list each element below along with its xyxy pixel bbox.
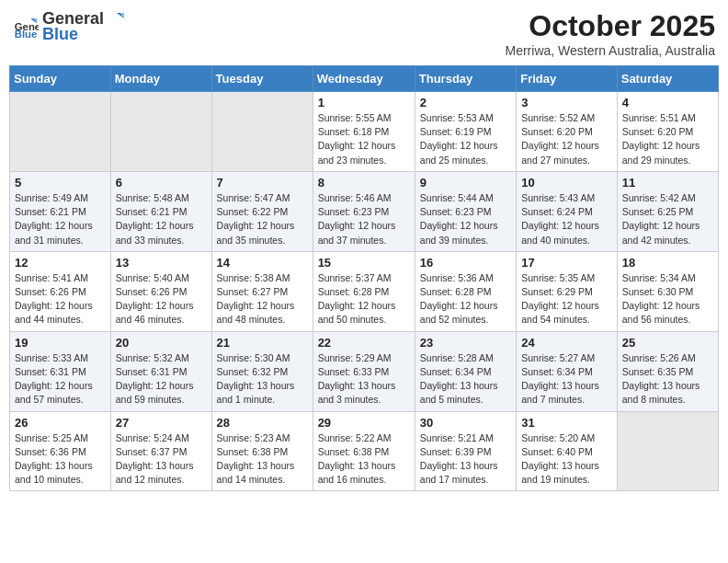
day-number: 3 <box>521 96 612 109</box>
calendar-cell: 18Sunrise: 5:34 AM Sunset: 6:30 PM Dayli… <box>617 251 718 331</box>
calendar-week-row: 26Sunrise: 5:25 AM Sunset: 6:36 PM Dayli… <box>10 411 719 491</box>
calendar-week-row: 19Sunrise: 5:33 AM Sunset: 6:31 PM Dayli… <box>10 331 719 411</box>
calendar-cell: 25Sunrise: 5:26 AM Sunset: 6:35 PM Dayli… <box>617 331 718 411</box>
calendar-cell: 26Sunrise: 5:25 AM Sunset: 6:36 PM Dayli… <box>10 411 111 491</box>
day-number: 31 <box>521 416 612 430</box>
calendar-cell: 16Sunrise: 5:36 AM Sunset: 6:28 PM Dayli… <box>415 251 516 331</box>
day-number: 17 <box>521 256 612 270</box>
calendar-week-row: 1Sunrise: 5:55 AM Sunset: 6:18 PM Daylig… <box>10 92 719 172</box>
day-number: 26 <box>15 416 106 430</box>
calendar-cell: 27Sunrise: 5:24 AM Sunset: 6:37 PM Dayli… <box>110 411 211 491</box>
calendar-cell: 15Sunrise: 5:37 AM Sunset: 6:28 PM Dayli… <box>313 251 415 331</box>
day-info: Sunrise: 5:48 AM Sunset: 6:21 PM Dayligh… <box>116 191 207 247</box>
day-number: 19 <box>15 336 106 350</box>
day-number: 16 <box>420 256 511 270</box>
title-area: October 2025 Merriwa, Western Australia,… <box>506 9 716 58</box>
day-number: 2 <box>420 96 511 109</box>
day-number: 21 <box>217 336 308 350</box>
day-number: 10 <box>521 176 612 190</box>
calendar-cell: 9Sunrise: 5:44 AM Sunset: 6:23 PM Daylig… <box>415 171 516 251</box>
weekday-header-monday: Monday <box>110 66 211 92</box>
calendar-cell: 11Sunrise: 5:42 AM Sunset: 6:25 PM Dayli… <box>617 171 718 251</box>
day-number: 18 <box>622 256 713 270</box>
day-info: Sunrise: 5:55 AM Sunset: 6:18 PM Dayligh… <box>318 111 410 167</box>
day-info: Sunrise: 5:53 AM Sunset: 6:19 PM Dayligh… <box>420 111 511 167</box>
page-header: General Blue General Blue October 2025 M… <box>9 9 719 58</box>
calendar-cell: 23Sunrise: 5:28 AM Sunset: 6:34 PM Dayli… <box>415 331 516 411</box>
day-info: Sunrise: 5:46 AM Sunset: 6:23 PM Dayligh… <box>318 191 410 247</box>
day-info: Sunrise: 5:30 AM Sunset: 6:32 PM Dayligh… <box>217 351 308 408</box>
calendar-cell: 12Sunrise: 5:41 AM Sunset: 6:26 PM Dayli… <box>10 251 111 331</box>
day-number: 29 <box>318 416 410 430</box>
day-number: 11 <box>622 176 713 190</box>
weekday-header-thursday: Thursday <box>415 66 516 92</box>
calendar-cell: 17Sunrise: 5:35 AM Sunset: 6:29 PM Dayli… <box>517 251 618 331</box>
weekday-header-row: SundayMondayTuesdayWednesdayThursdayFrid… <box>10 66 719 92</box>
calendar-cell: 24Sunrise: 5:27 AM Sunset: 6:34 PM Dayli… <box>517 331 618 411</box>
day-number: 30 <box>420 416 511 430</box>
calendar-cell: 6Sunrise: 5:48 AM Sunset: 6:21 PM Daylig… <box>110 171 211 251</box>
calendar-cell: 21Sunrise: 5:30 AM Sunset: 6:32 PM Dayli… <box>211 331 313 411</box>
calendar-cell: 5Sunrise: 5:49 AM Sunset: 6:21 PM Daylig… <box>10 171 111 251</box>
day-info: Sunrise: 5:44 AM Sunset: 6:23 PM Dayligh… <box>420 191 511 247</box>
day-info: Sunrise: 5:21 AM Sunset: 6:39 PM Dayligh… <box>420 431 511 488</box>
day-info: Sunrise: 5:47 AM Sunset: 6:22 PM Dayligh… <box>217 191 308 247</box>
day-info: Sunrise: 5:32 AM Sunset: 6:31 PM Dayligh… <box>116 351 207 408</box>
day-number: 9 <box>420 176 511 190</box>
calendar-cell: 14Sunrise: 5:38 AM Sunset: 6:27 PM Dayli… <box>211 251 313 331</box>
day-number: 28 <box>217 416 308 430</box>
logo: General Blue General Blue <box>13 9 124 44</box>
day-number: 8 <box>318 176 410 190</box>
svg-text:Blue: Blue <box>15 29 38 40</box>
logo-icon: General Blue <box>13 14 39 40</box>
month-title: October 2025 <box>506 9 716 43</box>
logo-bird-icon <box>106 11 124 28</box>
day-number: 4 <box>622 96 713 109</box>
calendar-cell: 1Sunrise: 5:55 AM Sunset: 6:18 PM Daylig… <box>313 92 415 172</box>
day-info: Sunrise: 5:28 AM Sunset: 6:34 PM Dayligh… <box>420 351 511 408</box>
day-number: 25 <box>622 336 713 350</box>
calendar-cell: 28Sunrise: 5:23 AM Sunset: 6:38 PM Dayli… <box>211 411 313 491</box>
day-info: Sunrise: 5:42 AM Sunset: 6:25 PM Dayligh… <box>622 191 713 247</box>
day-number: 24 <box>521 336 612 350</box>
calendar-week-row: 5Sunrise: 5:49 AM Sunset: 6:21 PM Daylig… <box>10 171 719 251</box>
day-number: 15 <box>318 256 410 270</box>
calendar-cell: 7Sunrise: 5:47 AM Sunset: 6:22 PM Daylig… <box>211 171 313 251</box>
calendar-cell <box>617 411 718 491</box>
calendar-cell: 20Sunrise: 5:32 AM Sunset: 6:31 PM Dayli… <box>110 331 211 411</box>
day-info: Sunrise: 5:52 AM Sunset: 6:20 PM Dayligh… <box>521 111 612 167</box>
day-info: Sunrise: 5:29 AM Sunset: 6:33 PM Dayligh… <box>318 351 410 408</box>
day-number: 5 <box>15 176 106 190</box>
day-number: 6 <box>116 176 207 190</box>
day-info: Sunrise: 5:43 AM Sunset: 6:24 PM Dayligh… <box>521 191 612 247</box>
weekday-header-friday: Friday <box>517 66 618 92</box>
calendar-cell: 3Sunrise: 5:52 AM Sunset: 6:20 PM Daylig… <box>517 92 618 172</box>
day-info: Sunrise: 5:20 AM Sunset: 6:40 PM Dayligh… <box>521 431 612 488</box>
weekday-header-tuesday: Tuesday <box>211 66 313 92</box>
weekday-header-wednesday: Wednesday <box>313 66 415 92</box>
day-info: Sunrise: 5:24 AM Sunset: 6:37 PM Dayligh… <box>116 431 207 488</box>
calendar-cell <box>110 92 211 172</box>
calendar-cell: 8Sunrise: 5:46 AM Sunset: 6:23 PM Daylig… <box>313 171 415 251</box>
day-info: Sunrise: 5:25 AM Sunset: 6:36 PM Dayligh… <box>15 431 106 488</box>
day-number: 22 <box>318 336 410 350</box>
day-number: 13 <box>116 256 207 270</box>
day-info: Sunrise: 5:23 AM Sunset: 6:38 PM Dayligh… <box>217 431 308 488</box>
calendar-cell: 13Sunrise: 5:40 AM Sunset: 6:26 PM Dayli… <box>110 251 211 331</box>
day-info: Sunrise: 5:26 AM Sunset: 6:35 PM Dayligh… <box>622 351 713 408</box>
calendar-cell: 31Sunrise: 5:20 AM Sunset: 6:40 PM Dayli… <box>517 411 618 491</box>
calendar-cell: 22Sunrise: 5:29 AM Sunset: 6:33 PM Dayli… <box>313 331 415 411</box>
day-info: Sunrise: 5:33 AM Sunset: 6:31 PM Dayligh… <box>15 351 106 408</box>
day-number: 23 <box>420 336 511 350</box>
day-number: 20 <box>116 336 207 350</box>
calendar-cell: 4Sunrise: 5:51 AM Sunset: 6:20 PM Daylig… <box>617 92 718 172</box>
calendar-cell: 30Sunrise: 5:21 AM Sunset: 6:39 PM Dayli… <box>415 411 516 491</box>
day-info: Sunrise: 5:38 AM Sunset: 6:27 PM Dayligh… <box>217 271 308 327</box>
day-info: Sunrise: 5:37 AM Sunset: 6:28 PM Dayligh… <box>318 271 410 327</box>
calendar-cell: 19Sunrise: 5:33 AM Sunset: 6:31 PM Dayli… <box>10 331 111 411</box>
day-info: Sunrise: 5:35 AM Sunset: 6:29 PM Dayligh… <box>521 271 612 327</box>
location-text: Merriwa, Western Australia, Australia <box>506 43 716 58</box>
day-info: Sunrise: 5:27 AM Sunset: 6:34 PM Dayligh… <box>521 351 612 408</box>
day-info: Sunrise: 5:41 AM Sunset: 6:26 PM Dayligh… <box>15 271 106 327</box>
calendar-table: SundayMondayTuesdayWednesdayThursdayFrid… <box>9 65 719 491</box>
